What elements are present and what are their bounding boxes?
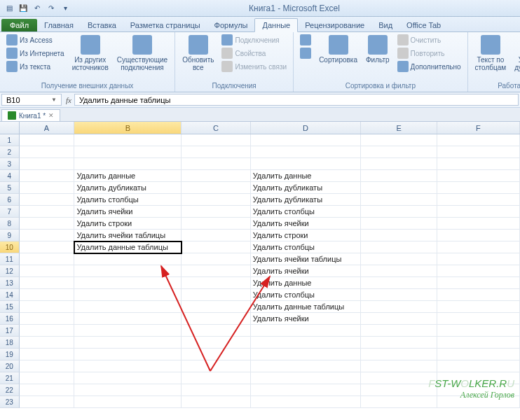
workbook-tab[interactable]: Книга1 * ✕ <box>1 109 60 121</box>
name-box[interactable]: B10 ▼ <box>1 94 62 106</box>
row-header[interactable]: 5 <box>0 182 20 194</box>
cell-D23[interactable] <box>251 396 362 408</box>
cell-C6[interactable] <box>182 194 251 206</box>
cell-B2[interactable] <box>74 146 182 158</box>
remove-duplicates-button[interactable]: Удалить дубликаты <box>512 34 520 73</box>
cell-F18[interactable] <box>437 337 520 349</box>
cell-B9[interactable]: Удалить ячейки таблицы <box>74 230 182 241</box>
column-header-F[interactable]: F <box>437 122 520 134</box>
fx-icon[interactable]: fx <box>66 96 71 104</box>
cell-F8[interactable] <box>437 218 520 230</box>
cell-F1[interactable] <box>437 134 520 146</box>
cell-D7[interactable]: Удалить столбцы <box>251 206 362 218</box>
cell-C8[interactable] <box>182 218 251 230</box>
cell-A6[interactable] <box>20 194 75 206</box>
cell-C17[interactable] <box>182 325 251 337</box>
cell-F16[interactable] <box>437 313 520 325</box>
row-header[interactable]: 10 <box>0 241 20 253</box>
cell-E17[interactable] <box>361 325 437 337</box>
cell-F12[interactable] <box>437 265 520 277</box>
cell-C18[interactable] <box>182 337 251 349</box>
cell-E1[interactable] <box>361 134 437 146</box>
cell-A9[interactable] <box>20 230 75 241</box>
cell-B11[interactable] <box>74 253 182 265</box>
row-header[interactable]: 16 <box>0 313 20 325</box>
cell-E19[interactable] <box>361 349 437 360</box>
close-tab-icon[interactable]: ✕ <box>48 112 54 119</box>
cell-C15[interactable] <box>182 301 251 313</box>
row-header[interactable]: 15 <box>0 301 20 313</box>
cell-E5[interactable] <box>361 182 437 194</box>
redo-icon[interactable]: ↷ <box>45 2 57 15</box>
cell-C1[interactable] <box>182 134 251 146</box>
sort-asc-button[interactable] <box>298 34 313 46</box>
cell-A8[interactable] <box>20 218 75 230</box>
cell-C7[interactable] <box>182 206 251 218</box>
cell-F5[interactable] <box>437 182 520 194</box>
cell-B20[interactable] <box>74 360 182 372</box>
cell-E8[interactable] <box>361 218 437 230</box>
cell-D14[interactable]: Удалить столбцы <box>251 289 362 301</box>
cell-A10[interactable] <box>20 241 75 253</box>
existing-connections-button[interactable]: Существующие подключения <box>114 34 170 73</box>
from-text-button[interactable]: Из текста <box>4 60 67 73</box>
cell-E13[interactable] <box>361 277 437 289</box>
cell-C21[interactable] <box>182 372 251 384</box>
cell-F20[interactable] <box>437 360 520 372</box>
cell-C9[interactable] <box>182 230 251 241</box>
cell-D11[interactable]: Удалить ячейки таблицы <box>251 253 362 265</box>
row-header[interactable]: 23 <box>0 396 20 408</box>
formula-input[interactable]: Удалить данные таблицы <box>74 94 519 106</box>
sort-button[interactable]: Сортировка <box>316 34 360 65</box>
row-header[interactable]: 6 <box>0 194 20 206</box>
cell-E4[interactable] <box>361 170 437 182</box>
cell-B22[interactable] <box>74 384 182 396</box>
undo-icon[interactable]: ↶ <box>31 2 43 15</box>
cell-A20[interactable] <box>20 360 75 372</box>
cell-E11[interactable] <box>361 253 437 265</box>
cell-A22[interactable] <box>20 384 75 396</box>
cell-B19[interactable] <box>74 349 182 360</box>
row-header[interactable]: 3 <box>0 158 20 170</box>
cell-D4[interactable]: Удалить данные <box>251 170 362 182</box>
ribbon-tab-вставка[interactable]: Вставка <box>81 19 123 31</box>
cell-D16[interactable]: Удалить ячейки <box>251 313 362 325</box>
file-tab[interactable]: Файл <box>1 19 37 31</box>
row-header[interactable]: 21 <box>0 372 20 384</box>
connections-button[interactable]: Подключения <box>219 34 289 46</box>
select-all-corner[interactable] <box>0 122 20 134</box>
cell-A2[interactable] <box>20 146 75 158</box>
cell-B21[interactable] <box>74 372 182 384</box>
cell-C12[interactable] <box>182 265 251 277</box>
cell-C19[interactable] <box>182 349 251 360</box>
cell-F11[interactable] <box>437 253 520 265</box>
cell-E18[interactable] <box>361 337 437 349</box>
text-to-columns-button[interactable]: Текст по столбцам <box>472 34 509 73</box>
cell-F10[interactable] <box>437 241 520 253</box>
cell-D1[interactable] <box>251 134 362 146</box>
row-header[interactable]: 18 <box>0 337 20 349</box>
row-header[interactable]: 2 <box>0 146 20 158</box>
cell-E23[interactable] <box>361 396 437 408</box>
cell-A12[interactable] <box>20 265 75 277</box>
cell-D8[interactable]: Удалить ячейки <box>251 218 362 230</box>
ribbon-tab-формулы[interactable]: Формулы <box>207 19 255 31</box>
cell-A1[interactable] <box>20 134 75 146</box>
cell-E15[interactable] <box>361 301 437 313</box>
cell-A3[interactable] <box>20 158 75 170</box>
cell-F2[interactable] <box>437 146 520 158</box>
ribbon-tab-данные[interactable]: Данные <box>254 18 298 32</box>
cell-C20[interactable] <box>182 360 251 372</box>
cell-B6[interactable]: Удалить столбцы <box>74 194 182 206</box>
cell-E10[interactable] <box>361 241 437 253</box>
cell-E16[interactable] <box>361 313 437 325</box>
cell-B14[interactable] <box>74 289 182 301</box>
cell-E22[interactable] <box>361 384 437 396</box>
cell-E9[interactable] <box>361 230 437 241</box>
cell-A4[interactable] <box>20 170 75 182</box>
cell-F3[interactable] <box>437 158 520 170</box>
cell-D20[interactable] <box>251 360 362 372</box>
row-header[interactable]: 7 <box>0 206 20 218</box>
cell-E2[interactable] <box>361 146 437 158</box>
cell-C4[interactable] <box>182 170 251 182</box>
